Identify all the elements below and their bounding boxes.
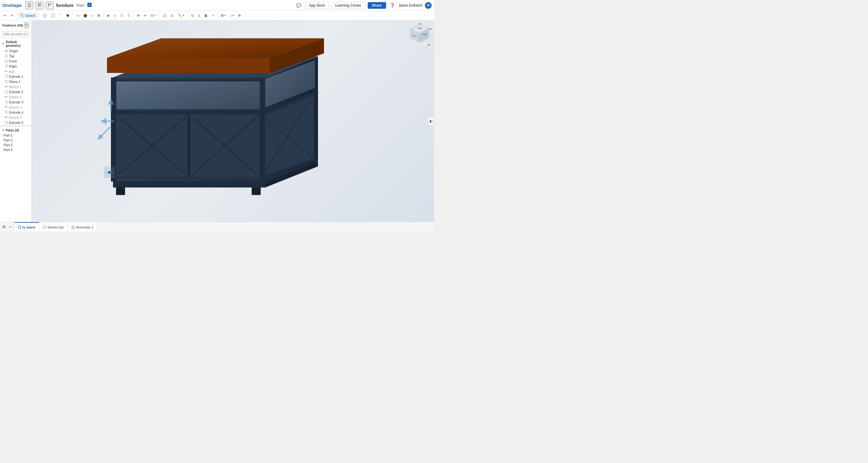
sidebar-refresh-button[interactable]: ↻	[24, 22, 29, 28]
chat-icon[interactable]: 💬	[295, 2, 303, 8]
tree-item-part1[interactable]: Part 1	[0, 133, 31, 138]
svg-point-8	[51, 3, 52, 4]
tab-kitchen-bar[interactable]: ☐ kitchen bar	[39, 222, 68, 232]
branch-icon-button[interactable]	[46, 1, 54, 9]
tool-section[interactable]: ⧖	[196, 13, 202, 19]
default-geometry-section[interactable]: ▼ Default geometry	[0, 39, 31, 48]
tree-item-extrude2[interactable]: ☐ Extrude 2	[0, 89, 31, 94]
tool-add[interactable]: ⊕	[236, 13, 243, 19]
tree-item-extrude3[interactable]: ☐ Extrude 3	[0, 99, 31, 104]
tool-mate[interactable]: ⊏	[169, 13, 176, 19]
wood-top-front	[107, 58, 270, 73]
search-input[interactable]	[2, 31, 30, 37]
sketch3-label: Sketch 3	[9, 105, 22, 109]
chevron-down-icon-2: ▼	[2, 129, 4, 132]
tool-display2-dropdown[interactable]: □▾	[228, 13, 236, 19]
tool-chamfer[interactable]: ◇	[112, 13, 118, 19]
part3-label: Part 3	[4, 143, 12, 147]
svg-marker-11	[100, 118, 106, 124]
tree-item-extrude4[interactable]: ☐ Extrude 4	[0, 110, 31, 115]
svg-text:Z: Z	[420, 23, 422, 24]
parts-section[interactable]: ▼ Parts (4)	[0, 127, 31, 133]
tool-plane[interactable]: ⬜	[161, 13, 168, 19]
tool-measure-dropdown[interactable]: 📏▾	[176, 13, 186, 19]
tool-more1[interactable]: □	[90, 13, 95, 19]
viewcube[interactable]: Top Front Right Z X ⬜▾	[407, 23, 432, 47]
sketch-button[interactable]: ✏️ Sketch	[19, 13, 37, 19]
tree-item-part3[interactable]: Part 3	[0, 143, 31, 147]
sketch-label: Sketch	[25, 14, 36, 18]
tree-item-extrude5[interactable]: ☐ Extrude 5	[0, 120, 31, 126]
tool-more2[interactable]: ⊞	[96, 13, 102, 19]
list-icon-button[interactable]	[36, 1, 43, 9]
tree-item-sketch1[interactable]: ✏ Sketch 1	[0, 84, 31, 89]
tab-tv-stand-label: tv stand	[23, 225, 35, 229]
avatar[interactable]: JE	[425, 2, 432, 9]
sketch4-icon: ✏	[5, 116, 7, 119]
tool-sim[interactable]: ×	[210, 13, 216, 19]
tool-circle[interactable]: ⬤	[82, 13, 89, 19]
base-front	[113, 182, 265, 187]
tool-extrude[interactable]: ⬜	[41, 13, 49, 19]
tool-revolve[interactable]: ◯	[49, 13, 56, 19]
extrude4-icon: ☐	[5, 110, 8, 114]
tab-settings-button[interactable]: ⚙	[2, 224, 7, 230]
tree-item-sketch3[interactable]: ✏ Sketch 3	[0, 104, 31, 110]
tab-tv-stand[interactable]: ☐ tv stand	[14, 222, 39, 232]
tool-boolean[interactable]: ⊕	[135, 13, 141, 19]
part4-label: Part 4	[4, 148, 12, 152]
logo[interactable]: Onshape	[2, 3, 22, 8]
tree-item-top[interactable]: ☐ Top	[0, 53, 31, 59]
hamburger-button[interactable]: ☰	[25, 1, 33, 9]
tool-draft[interactable]: ▽	[126, 13, 132, 19]
center-divider	[187, 115, 191, 179]
share-button[interactable]: Share	[368, 2, 386, 9]
svg-text:X: X	[430, 28, 432, 30]
tree-item-part2[interactable]: Part 2	[0, 138, 31, 143]
foot-front-left	[116, 187, 125, 195]
tool-fillet[interactable]: ◈	[105, 13, 111, 19]
extrude-icon: ☐	[5, 74, 8, 79]
upper-shelf-front	[116, 81, 261, 109]
tool-shell[interactable]: ⬡	[119, 13, 125, 19]
tab-add-button[interactable]: +	[8, 224, 12, 230]
tree-item-plane1[interactable]: ☐ Plane 1	[0, 79, 31, 84]
3d-canvas[interactable]: Front	[32, 21, 434, 222]
part1-label: Part 1	[4, 133, 12, 137]
tree-item-front[interactable]: ☐ Front	[0, 59, 31, 64]
learning-center-button[interactable]: Learning Center	[332, 2, 365, 9]
plane-icon: ☐	[5, 54, 8, 58]
svg-rect-14	[110, 104, 112, 112]
tab-assembly-label: Assembly 1	[76, 225, 93, 229]
sketch2-icon: ✏	[5, 95, 7, 99]
undo-button[interactable]: ↩	[2, 13, 8, 19]
tree-item-part4[interactable]: Part 4	[0, 147, 31, 152]
tool-rect[interactable]: ▭	[74, 13, 81, 19]
tool-configs-dropdown[interactable]: ⊞▾	[219, 13, 227, 19]
tool-loft[interactable]: ⬟	[64, 13, 71, 19]
tool-render[interactable]: ◧	[203, 13, 210, 19]
tree-item-legs[interactable]: ✏ legs	[0, 69, 31, 74]
right-frame-front	[260, 78, 265, 182]
tool-mirror[interactable]: ⇔	[142, 13, 148, 19]
app-store-button[interactable]: App Store	[305, 2, 329, 9]
tool-sweep[interactable]: ⌒	[57, 12, 64, 19]
tree-item-right[interactable]: ☐ Right	[0, 64, 31, 69]
sketch-icon: ✏️	[20, 13, 24, 18]
default-geometry-label: Default geometry	[6, 40, 30, 47]
tool-display[interactable]: ⊙	[189, 13, 195, 19]
tree-item-sketch2[interactable]: ✏ Sketch 2	[0, 94, 31, 99]
tree-item-origin[interactable]: ◎ Origin	[0, 48, 31, 53]
display-mode-button[interactable]: ⬜▾	[424, 42, 432, 47]
tree-item-extrude1[interactable]: ☐ Extrude 1	[0, 74, 31, 79]
tab-assembly1[interactable]: ◫ Assembly 1	[68, 222, 97, 232]
right-label: Right	[9, 64, 17, 68]
tool-pattern-dropdown[interactable]: ⊡▾	[149, 13, 157, 19]
extrude3-label: Extrude 3	[9, 100, 23, 104]
help-icon[interactable]: ❓	[389, 2, 396, 8]
right-panel-toggle[interactable]: ◧	[428, 117, 434, 125]
extrude1-label: Extrude 1	[9, 75, 23, 79]
redo-button[interactable]: ↪	[9, 13, 15, 19]
cloud-save-icon[interactable]	[87, 2, 92, 9]
tree-item-sketch4[interactable]: ✏ Sketch 4	[0, 115, 31, 120]
